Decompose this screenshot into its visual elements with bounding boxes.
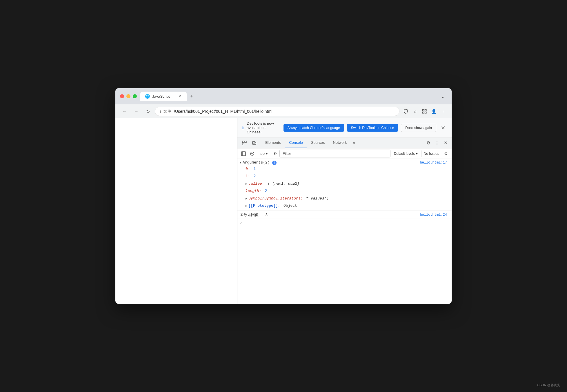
devtools-settings-icon[interactable]: ⚙: [425, 139, 432, 147]
tab-favicon: 🌐: [145, 94, 150, 99]
levels-dropdown-icon: ▾: [416, 152, 418, 156]
always-match-button[interactable]: Always match Chrome's language: [284, 124, 344, 132]
svg-rect-10: [241, 152, 246, 156]
main-content: ℹ DevTools is now available in Chinese! …: [115, 118, 452, 304]
devtools-panel: ℹ DevTools is now available in Chinese! …: [237, 118, 452, 304]
new-tab-button[interactable]: +: [188, 92, 196, 101]
maximize-button[interactable]: [133, 94, 137, 98]
prototype-item: ▶ [[Prototype]]: Object: [246, 202, 417, 209]
symbol-item: ▶ Symbol(Symbol.iterator): f values(): [246, 195, 417, 202]
tab-elements[interactable]: Elements: [261, 137, 285, 148]
length-item: length: 2: [246, 187, 417, 195]
notification-bar: ℹ DevTools is now available in Chinese! …: [237, 118, 452, 137]
console-prompt-line[interactable]: ›: [237, 219, 452, 226]
window-controls: [120, 94, 137, 98]
console-entry-arguments: ▼ Arguments(2) ℹ 0: 1 1: 2: [237, 159, 452, 211]
tab-console[interactable]: Console: [285, 137, 307, 148]
forward-button[interactable]: →: [132, 107, 141, 116]
profile-button[interactable]: 👤: [430, 107, 438, 115]
console-entry-return: 函数返回值 : 3 hello.html:24: [237, 211, 452, 219]
tab-network[interactable]: Network: [329, 137, 351, 148]
callee-expand-icon[interactable]: ▶: [246, 182, 247, 187]
inspect-element-icon[interactable]: [240, 138, 249, 148]
switch-devtools-button[interactable]: Switch DevTools to Chinese: [347, 124, 398, 132]
notification-message: DevTools is now available in Chinese!: [247, 121, 281, 134]
protocol-label: 文件: [163, 109, 171, 114]
devtools-actions: ⚙ ⋮ ✕: [425, 139, 449, 147]
title-bar: 🌐 JavaScript ✕ + ⌄: [115, 88, 452, 104]
minimize-button[interactable]: [126, 94, 130, 98]
translate-button[interactable]: [402, 107, 410, 115]
tab-close-icon[interactable]: ✕: [177, 94, 182, 99]
no-issues-badge: No Issues: [421, 150, 441, 157]
svg-rect-0: [422, 109, 424, 111]
svg-rect-8: [255, 142, 256, 144]
footer-text: CSDN @韩晓亮: [537, 383, 560, 387]
svg-rect-4: [242, 141, 244, 143]
source-link-2[interactable]: hello.html:24: [417, 212, 449, 218]
console-settings-icon[interactable]: ⚙: [443, 150, 449, 157]
devtools-close-icon[interactable]: ✕: [442, 139, 449, 147]
devtools-tab-icons: [240, 138, 261, 148]
svg-rect-5: [242, 143, 244, 145]
arguments-label: Arguments(2): [243, 160, 270, 165]
arg-0-item: 0: 1: [246, 165, 417, 173]
extension-button[interactable]: [420, 107, 428, 115]
source-link-1[interactable]: hello.html:17: [417, 159, 449, 166]
tab-label: JavaScript: [152, 94, 175, 99]
svg-rect-3: [425, 112, 426, 113]
prompt-arrow-icon: ›: [240, 220, 242, 225]
console-toolbar: top ▾ 👁 Default levels ▾ No Issues ⚙: [237, 148, 452, 159]
prototype-expand-icon[interactable]: ▶: [246, 204, 247, 209]
lock-icon: ℹ: [160, 109, 161, 114]
page-content: [115, 118, 237, 304]
callee-item: ▶ callee: f (num1, num2): [246, 180, 417, 187]
svg-rect-6: [245, 141, 246, 143]
eye-icon[interactable]: 👁: [271, 150, 278, 157]
address-bar[interactable]: ℹ 文件 /Users/hsl/001_Project/001_HTML/htm…: [155, 107, 399, 116]
default-levels-selector[interactable]: Default levels ▾: [392, 150, 420, 157]
svg-rect-2: [422, 112, 424, 113]
menu-button[interactable]: ⋮: [439, 107, 447, 115]
devtools-tabs: Elements Console Sources Network » ⚙ ⋮ ✕: [237, 137, 452, 148]
back-button[interactable]: ←: [120, 107, 129, 116]
browser-window: 🌐 JavaScript ✕ + ⌄ ← → ↻ ℹ 文件 /Users/hsl…: [115, 88, 452, 304]
console-filter-input[interactable]: [279, 150, 390, 157]
more-tabs-button[interactable]: ⌄: [439, 92, 447, 100]
info-badge: ℹ: [272, 161, 277, 165]
context-label: top: [259, 151, 265, 156]
tab-sources[interactable]: Sources: [307, 137, 329, 148]
dont-show-again-button[interactable]: Don't show again: [401, 124, 436, 132]
url-text: /Users/hsl/001_Project/001_HTML/html_001…: [174, 109, 395, 114]
arg-1-item: 1: 2: [246, 173, 417, 180]
close-button[interactable]: [120, 94, 124, 98]
clear-console-icon[interactable]: [248, 150, 256, 157]
devtools-more-icon[interactable]: ⋮: [433, 139, 441, 147]
sidebar-toggle-icon[interactable]: [240, 150, 247, 157]
expand-triangle-icon[interactable]: ▼: [240, 161, 241, 164]
nav-bar: ← → ↻ ℹ 文件 /Users/hsl/001_Project/001_HT…: [115, 104, 452, 118]
console-output: ▼ Arguments(2) ℹ 0: 1 1: 2: [237, 159, 452, 304]
svg-rect-1: [425, 109, 426, 111]
info-icon: ℹ: [242, 125, 244, 130]
tab-bar: 🌐 JavaScript ✕ +: [140, 92, 435, 101]
reload-button[interactable]: ↻: [143, 107, 152, 116]
notification-close-button[interactable]: ✕: [439, 124, 447, 132]
bookmark-button[interactable]: ☆: [411, 107, 419, 115]
context-selector[interactable]: top ▾: [257, 150, 270, 157]
nav-right-actions: ☆ 👤 ⋮: [402, 107, 447, 115]
title-bar-right: ⌄: [439, 92, 447, 100]
device-mode-icon[interactable]: [250, 138, 259, 148]
context-dropdown-icon: ▾: [266, 151, 268, 156]
return-value-text: 函数返回值 : 3: [240, 213, 268, 217]
more-tabs-icon[interactable]: »: [351, 138, 357, 147]
active-tab[interactable]: 🌐 JavaScript ✕: [140, 92, 187, 101]
symbol-expand-icon[interactable]: ▶: [246, 196, 247, 202]
